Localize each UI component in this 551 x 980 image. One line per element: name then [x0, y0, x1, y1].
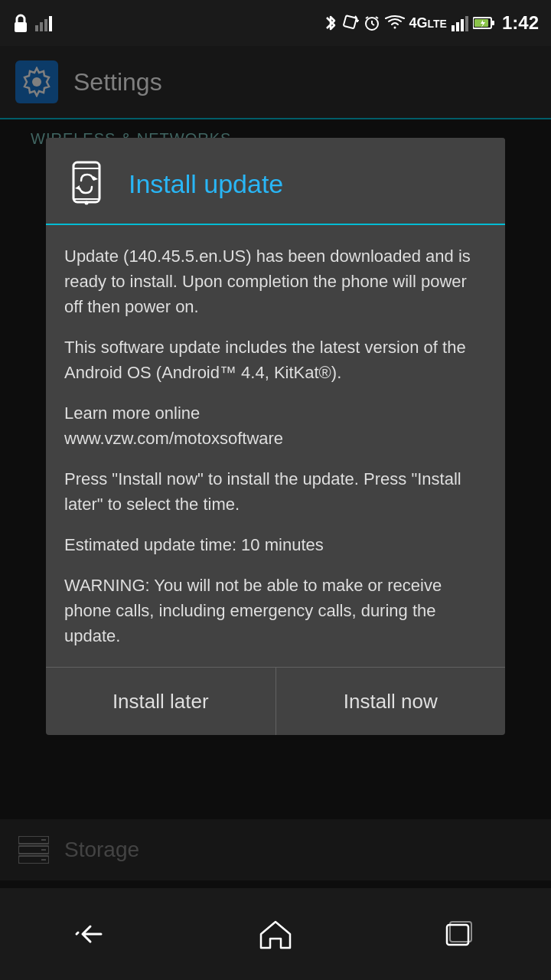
home-button[interactable]: [245, 911, 306, 957]
svg-rect-1: [35, 25, 38, 31]
alarm-icon: [364, 15, 380, 31]
svg-point-30: [85, 201, 89, 205]
bottom-nav: [0, 888, 551, 980]
bluetooth-icon: [324, 13, 337, 33]
svg-rect-12: [452, 25, 455, 31]
dialog-para-5: Estimated update time: 10 minutes: [64, 532, 487, 557]
svg-rect-0: [15, 22, 27, 32]
battery-icon: [473, 16, 494, 30]
svg-line-11: [376, 17, 378, 18]
dialog-para-3: Learn more online www.vzw.com/motoxsoftw…: [64, 400, 487, 451]
phone-update-icon: [64, 159, 113, 208]
svg-rect-18: [491, 21, 494, 25]
svg-rect-3: [44, 19, 47, 31]
dialog-para-4: Press "Install now" to install the updat…: [64, 466, 487, 517]
status-bar-left: [12, 12, 52, 34]
svg-line-9: [372, 24, 374, 25]
dialog-title: Install update: [129, 169, 283, 199]
dialog-para-1: Update (140.45.5.en.US) has been downloa…: [64, 243, 487, 319]
signal-strength-icon: [452, 15, 468, 31]
network-type-label: 4GLTE: [409, 15, 447, 31]
signal-bars-icon: [35, 15, 52, 31]
install-now-button[interactable]: Install now: [276, 668, 506, 735]
dialog-header: Install update: [46, 138, 505, 225]
install-update-dialog: Install update Update (140.45.5.en.US) h…: [46, 138, 505, 735]
install-later-button[interactable]: Install later: [46, 668, 276, 735]
svg-marker-32: [75, 185, 80, 190]
wifi-icon: [385, 15, 405, 31]
status-bar-right: 4GLTE 1:42: [324, 12, 539, 34]
svg-marker-31: [93, 176, 98, 181]
status-time: 1:42: [502, 12, 539, 34]
dialog-para-2: This software update includes the latest…: [64, 335, 487, 385]
dialog-para-6: WARNING: You will not be able to make or…: [64, 573, 487, 648]
back-button[interactable]: [61, 911, 122, 957]
rotate-icon: [342, 15, 359, 31]
status-bar: 4GLTE 1:42: [0, 0, 551, 46]
svg-rect-14: [461, 19, 464, 31]
svg-rect-2: [40, 22, 43, 31]
recents-button[interactable]: [429, 911, 490, 957]
svg-rect-5: [343, 15, 356, 28]
dialog-body: Update (140.45.5.en.US) has been downloa…: [46, 225, 505, 648]
svg-rect-13: [456, 22, 459, 31]
dialog-buttons: Install later Install now: [46, 668, 505, 735]
svg-rect-15: [465, 16, 468, 31]
lock-icon: [12, 12, 29, 34]
svg-rect-4: [49, 16, 52, 31]
svg-line-10: [366, 17, 368, 18]
